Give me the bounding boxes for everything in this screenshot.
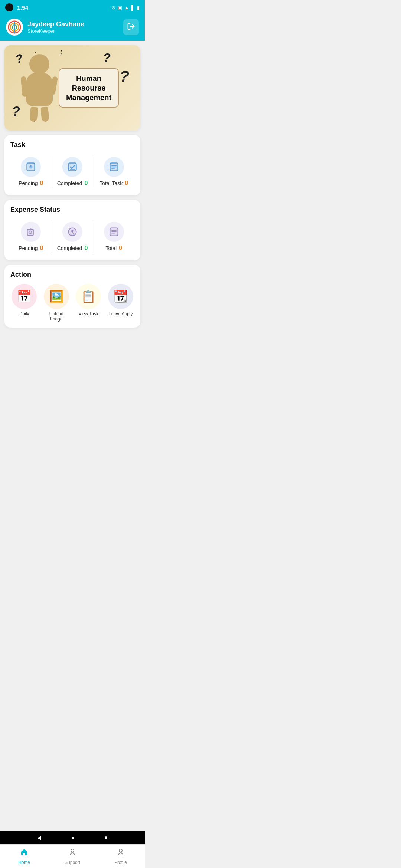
task-total-label-row: Total Task 0 xyxy=(100,180,128,187)
task-completed-icon xyxy=(62,157,82,177)
expense-pending-label-row: Pending 0 xyxy=(19,245,43,251)
expense-total[interactable]: Total 0 xyxy=(93,219,134,254)
user-role: StoreKeeper xyxy=(27,28,123,34)
sign-text-line3: Management xyxy=(66,93,111,102)
task-pending-label: Pending xyxy=(19,180,38,186)
expense-total-label: Total xyxy=(105,245,117,251)
task-total-label: Total Task xyxy=(100,180,123,186)
qmark-3: ; xyxy=(60,48,62,56)
task-total-count: 0 xyxy=(125,180,128,187)
action-upload[interactable]: 🖼️ Upload Image xyxy=(43,284,71,322)
expense-completed-count: 0 xyxy=(84,245,88,251)
sign-text-line1: Human xyxy=(66,73,111,83)
action-grid: 📅 Daily 🖼️ Upload Image 📋 View Task 📆 xyxy=(10,284,134,322)
daily-label: Daily xyxy=(19,311,29,316)
qmark-4: ? xyxy=(103,50,111,65)
expense-total-icon xyxy=(104,222,124,242)
status-bar: 1:54 ⊙ ▣ ▲ ▌ ▮ xyxy=(0,0,145,15)
expense-pending-label: Pending xyxy=(19,245,38,251)
user-name: Jaydeep Gavhane xyxy=(27,20,123,28)
task-pending-count: 0 xyxy=(40,180,43,187)
qmark-6: ? xyxy=(12,104,20,119)
expense-completed-label: Completed xyxy=(57,245,82,251)
view-task-icon: 📋 xyxy=(81,289,96,303)
user-info: Jaydeep Gavhane StoreKeeper xyxy=(27,20,123,34)
action-leave[interactable]: 📆 Leave Apply xyxy=(107,284,135,322)
action-title: Action xyxy=(10,271,134,279)
status-icons: ⊙ ▣ ▲ ▌ ▮ xyxy=(111,5,140,10)
task-completed-label: Completed xyxy=(57,180,82,186)
sign-board: Human Resourse Management xyxy=(59,68,119,108)
daily-icon-wrap: 📅 xyxy=(12,284,37,309)
task-completed-label-row: Completed 0 xyxy=(57,180,88,187)
leave-label: Leave Apply xyxy=(108,311,133,316)
expense-stats: Pending 0 ₹ Completed 0 xyxy=(10,219,134,254)
leave-icon: 📆 xyxy=(113,289,128,303)
task-completed[interactable]: Completed 0 xyxy=(52,154,93,190)
qmark-1: ? xyxy=(14,51,25,66)
view-task-icon-wrap: 📋 xyxy=(76,284,101,309)
action-section: Action 📅 Daily 🖼️ Upload Image 📋 View Ta… xyxy=(4,265,140,328)
sign-text-line2: Resourse xyxy=(66,83,111,93)
svg-text:₹: ₹ xyxy=(71,229,74,235)
task-total[interactable]: Total Task 0 xyxy=(93,154,134,190)
figure-body xyxy=(26,73,53,106)
expense-completed-label-row: Completed 0 xyxy=(57,245,88,251)
sim-icon: ▣ xyxy=(118,5,122,10)
media-icon: ⊙ xyxy=(111,5,115,10)
leave-icon-wrap: 📆 xyxy=(108,284,133,309)
figure-head xyxy=(29,54,49,74)
arm-right xyxy=(50,76,58,95)
expense-title: Expense Status xyxy=(10,206,134,214)
expense-completed[interactable]: ₹ Completed 0 xyxy=(52,219,93,254)
task-completed-count: 0 xyxy=(84,180,88,187)
expense-completed-icon: ₹ xyxy=(62,222,82,242)
expense-pending-count: 0 xyxy=(40,245,43,251)
signal-icon: ▌ xyxy=(131,5,135,10)
banner-inner: ? ; ; ? ? ? . xyxy=(4,45,140,131)
wifi-icon: ▲ xyxy=(124,5,129,10)
figure xyxy=(26,54,53,122)
task-section: Task Pending 0 xyxy=(4,135,140,195)
task-pending-icon xyxy=(21,157,41,177)
svg-rect-18 xyxy=(27,229,33,235)
action-daily[interactable]: 📅 Daily xyxy=(10,284,38,322)
upload-icon-wrap: 🖼️ xyxy=(44,284,69,309)
task-total-icon xyxy=(104,157,124,177)
expense-section: Expense Status Pending 0 xyxy=(4,200,140,260)
expense-total-count: 0 xyxy=(119,245,122,251)
header: Jaydeep Gavhane StoreKeeper xyxy=(0,15,145,41)
main-content: ? ; ; ? ? ? . xyxy=(0,41,145,362)
action-view-task[interactable]: 📋 View Task xyxy=(75,284,102,322)
arm-left xyxy=(21,76,28,97)
app-logo xyxy=(6,19,23,36)
expense-pending[interactable]: Pending 0 xyxy=(10,219,52,254)
camera-dot xyxy=(5,3,13,11)
daily-icon: 📅 xyxy=(17,289,32,303)
expense-pending-icon xyxy=(21,222,41,242)
upload-label: Upload Image xyxy=(43,311,71,322)
task-stats: Pending 0 Completed 0 xyxy=(10,154,134,190)
logout-button[interactable] xyxy=(123,19,139,35)
figure-legs xyxy=(30,107,49,122)
qmark-5: ? xyxy=(120,68,129,85)
task-pending-label-row: Pending 0 xyxy=(19,180,43,187)
battery-icon: ▮ xyxy=(137,5,140,10)
task-title: Task xyxy=(10,141,134,149)
status-time: 1:54 xyxy=(17,4,111,11)
upload-icon: 🖼️ xyxy=(49,289,64,303)
banner-card: ? ; ; ? ? ? . xyxy=(4,45,140,131)
view-task-label: View Task xyxy=(78,311,98,316)
task-pending[interactable]: Pending 0 xyxy=(10,154,52,190)
expense-total-label-row: Total 0 xyxy=(105,245,122,251)
